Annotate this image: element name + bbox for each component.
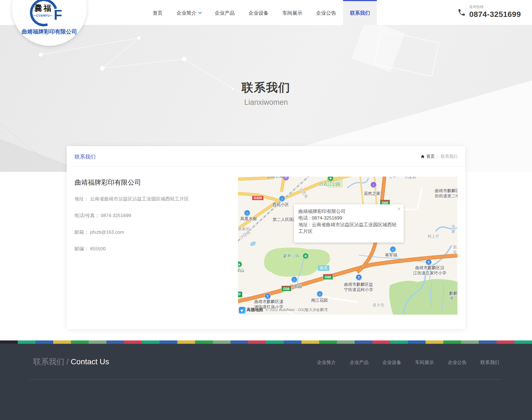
map-label: 新发 bbox=[453, 245, 457, 254]
nav-item-0[interactable]: 首页 bbox=[146, 0, 170, 25]
school-poi-icon[interactable]: 文 bbox=[356, 274, 362, 280]
stripe-segment bbox=[231, 340, 248, 344]
map-label: 家山 bbox=[238, 268, 244, 273]
map-label: 刘家桥 bbox=[405, 177, 416, 180]
building-poi-icon[interactable]: ⌂ bbox=[244, 210, 250, 216]
breadcrumb-current: 联系我们 bbox=[441, 154, 457, 159]
breadcrumb: 首页 / 联系我们 bbox=[421, 154, 457, 159]
popup-company: 曲靖福牌彩印有限公司 bbox=[298, 208, 399, 215]
stripe-segment bbox=[337, 340, 355, 344]
footer-nav: 企业简介企业产品企业设备车间展示企业公告联系我们 bbox=[317, 359, 499, 366]
chevron-down-icon bbox=[198, 10, 202, 14]
company-name: 曲靖福牌彩印有限公司 bbox=[75, 178, 141, 187]
color-stripe bbox=[0, 340, 532, 344]
nav-item-6[interactable]: 联系我们 bbox=[343, 0, 377, 25]
map-label: 曲靖市麒麟区 街街道第二中 bbox=[432, 188, 457, 199]
stripe-segment bbox=[89, 340, 106, 344]
school-poi-icon[interactable]: 文 bbox=[265, 293, 271, 299]
road-badge: G56 bbox=[281, 286, 291, 291]
map-label: 寥廓公园 bbox=[283, 253, 300, 258]
stripe-segment bbox=[71, 340, 89, 344]
map-label: 凤凰水榭 bbox=[240, 216, 257, 222]
stripe-segment bbox=[426, 340, 443, 344]
map-background bbox=[238, 177, 457, 315]
stripe-segment bbox=[514, 340, 532, 344]
footer-nav-item-1[interactable]: 企业产品 bbox=[350, 359, 369, 366]
contact-info-row: 邮箱： pfxzb@163.com bbox=[75, 229, 230, 235]
map-label: 麒麟湾 bbox=[449, 291, 457, 301]
phone-icon bbox=[457, 8, 466, 17]
building-poi-icon[interactable]: ⌂ bbox=[291, 276, 297, 282]
stripe-segment bbox=[106, 340, 124, 344]
map-attribution: 高德地图 © 2022 AutoNavi - GS(敏大)6金麟湾 bbox=[238, 306, 457, 314]
stripe-segment bbox=[284, 340, 301, 344]
building-poi-icon[interactable]: ⌂ bbox=[279, 195, 285, 202]
footer-nav-item-5[interactable]: 联系我们 bbox=[480, 359, 499, 366]
stripe-segment bbox=[408, 340, 426, 344]
footer-nav-item-0[interactable]: 企业简介 bbox=[317, 359, 336, 366]
page: 联系我们 Lianxiwomen 首页企业简介企业产品企业设备车间展示企业公告联… bbox=[0, 0, 532, 420]
stripe-segment bbox=[372, 340, 390, 344]
hotline-label: 咨询热线 bbox=[469, 4, 521, 9]
footer-divider bbox=[30, 379, 502, 380]
nav-item-4[interactable]: 车间展示 bbox=[275, 0, 309, 25]
hotline: 咨询热线 0874-3251699 bbox=[457, 4, 521, 19]
footer-nav-item-3[interactable]: 车间展示 bbox=[415, 359, 434, 366]
stripe-segment bbox=[443, 340, 461, 344]
map-canvas[interactable]: M♣⌂⌂♣▲⌂文⌂文⌂文⌂P曲靖外滩白石江公园西苑小区凤凰水榭第二人民医院窦家村… bbox=[238, 177, 457, 315]
footer-nav-item-4[interactable]: 企业公告 bbox=[448, 359, 467, 366]
stripe-segment bbox=[124, 340, 142, 344]
school-poi-icon[interactable]: 文 bbox=[426, 259, 432, 265]
contact-info-list: 地址： 云南省曲靖市沾益区沾益工业园区城西轻工片区电话/传真： 0874-325… bbox=[75, 196, 230, 263]
nav-item-3[interactable]: 企业设备 bbox=[242, 0, 275, 25]
stripe-segment bbox=[177, 340, 195, 344]
breadcrumb-separator: / bbox=[437, 154, 438, 159]
stripe-segment bbox=[35, 340, 53, 344]
logo-zh-text: 爨福 bbox=[34, 3, 53, 14]
map-label: 将军镇 bbox=[385, 253, 397, 258]
popup-phone: 电话 : 0874-3251699 bbox=[298, 215, 399, 222]
stripe-segment bbox=[301, 340, 319, 344]
stripe-segment bbox=[195, 340, 213, 344]
parking-poi-icon[interactable]: P bbox=[238, 291, 242, 297]
footer-title: 联系我们 / Contact Us bbox=[33, 357, 109, 367]
stripe-segment bbox=[160, 340, 177, 344]
nav-item-1[interactable]: 企业简介 bbox=[170, 0, 208, 25]
logo-letter-f: F bbox=[54, 7, 62, 23]
map-label: 上中 bbox=[389, 177, 397, 179]
map-label: 张家 bbox=[451, 224, 457, 234]
footer: 联系我们 / Contact Us 企业简介企业产品企业设备车间展示企业公告联系… bbox=[0, 344, 532, 420]
road-badge: 南关 bbox=[318, 265, 329, 271]
home-icon bbox=[421, 154, 425, 159]
map-copyright: © 2022 AutoNavi - GS(敏大)6金麟湾 bbox=[265, 307, 328, 312]
page-title: 联系我们 bbox=[0, 80, 532, 95]
card-section-title: 联系我们 bbox=[75, 153, 96, 161]
hotline-number: 0874-3251699 bbox=[469, 10, 521, 19]
stripe-segment bbox=[18, 340, 35, 344]
nav-item-5[interactable]: 企业公告 bbox=[309, 0, 343, 25]
map-label: 居然之家 bbox=[364, 191, 380, 196]
building-poi-icon[interactable]: ⌂ bbox=[390, 246, 396, 252]
close-icon[interactable]: × bbox=[397, 206, 401, 212]
contact-info-row: 地址： 云南省曲靖市沾益区沾益工业园区城西轻工片区 bbox=[75, 196, 230, 202]
road-badge: G320 bbox=[252, 195, 264, 200]
shop-poi-icon[interactable]: ⌂ bbox=[370, 182, 377, 188]
stripe-segment bbox=[53, 340, 71, 344]
footer-nav-item-2[interactable]: 企业设备 bbox=[382, 359, 401, 366]
stripe-segment bbox=[0, 340, 18, 344]
content-card: 联系我们 首页 / 联系我们 曲靖福牌彩印有限公司 地址： 云南省曲靖市沾益区沾… bbox=[67, 146, 465, 329]
stripe-segment bbox=[319, 340, 337, 344]
map-label: 白石江公园 bbox=[319, 182, 340, 187]
stripe-segment bbox=[497, 340, 514, 344]
logo-company-name: 曲靖福牌彩印有限公司 bbox=[15, 28, 83, 35]
road-badge: G60 bbox=[323, 274, 333, 280]
breadcrumb-home-link[interactable]: 首页 bbox=[421, 154, 435, 159]
building-poi-icon[interactable]: ⌂ bbox=[317, 291, 323, 297]
amap-logo-icon[interactable] bbox=[239, 307, 245, 314]
stripe-segment bbox=[142, 340, 160, 344]
stripe-segment bbox=[213, 340, 231, 344]
amap-brand: 高德地图 bbox=[247, 307, 263, 312]
map-label: 汇景园 bbox=[290, 284, 302, 289]
tree-poi-icon[interactable]: ♣ bbox=[303, 253, 309, 259]
nav-item-2[interactable]: 企业产品 bbox=[208, 0, 242, 25]
